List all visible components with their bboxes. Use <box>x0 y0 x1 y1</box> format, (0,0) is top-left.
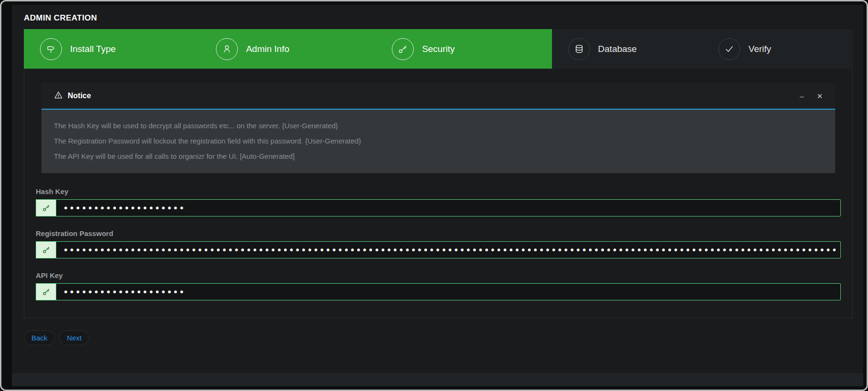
registration-password-field-group: Registration Password <box>36 229 841 258</box>
signpost-icon <box>40 38 62 60</box>
notice-title: Notice <box>68 92 91 100</box>
footer-bar <box>12 373 863 386</box>
notice-line-hash-key: The Hash Key will be used to decrypt all… <box>54 122 823 130</box>
notice-panel: Notice – ✕ The Hash Key will be used to … <box>41 83 835 173</box>
wizard-step-label: Database <box>598 44 637 54</box>
warning-icon <box>54 91 63 102</box>
hash-key-label: Hash Key <box>36 187 841 196</box>
hash-key-input[interactable] <box>56 199 841 216</box>
back-button[interactable]: Back <box>24 330 55 345</box>
wizard-step-database[interactable]: Database <box>552 29 703 69</box>
app-window: ADMIN CREATION Install Type Admin Info S… <box>0 0 868 391</box>
api-key-input[interactable] <box>56 283 841 300</box>
key-icon <box>392 38 414 60</box>
wizard-step-verify[interactable]: Verify <box>702 29 853 69</box>
api-key-field-group: API Key <box>36 271 841 300</box>
key-icon <box>36 241 56 258</box>
user-icon <box>216 38 238 60</box>
admin-creation-card: ADMIN CREATION Install Type Admin Info S… <box>12 5 863 386</box>
registration-password-input[interactable] <box>56 241 841 258</box>
wizard-step-security[interactable]: Security <box>376 29 551 69</box>
key-icon <box>36 283 56 300</box>
notice-body: The Hash Key will be used to decrypt all… <box>41 110 835 173</box>
registration-password-label: Registration Password <box>36 229 841 237</box>
notice-header: Notice – ✕ <box>41 83 835 110</box>
hash-key-field-group: Hash Key <box>36 187 841 216</box>
registration-password-input-group <box>36 241 841 258</box>
notice-line-registration-password: The Registration Password will lockout t… <box>54 137 823 145</box>
page-title: ADMIN CREATION <box>24 13 853 23</box>
wizard-step-label: Install Type <box>70 44 116 54</box>
wizard-step-label: Security <box>422 44 455 54</box>
wizard-step-admin-info[interactable]: Admin Info <box>200 29 376 69</box>
notice-line-api-key: The API Key will be used for all calls t… <box>54 152 823 160</box>
notice-tools: – ✕ <box>800 93 823 100</box>
minimize-icon[interactable]: – <box>800 93 804 100</box>
wizard-step-label: Verify <box>748 44 771 54</box>
wizard-step-label: Admin Info <box>246 44 289 54</box>
check-icon <box>718 38 740 60</box>
api-key-label: API Key <box>36 271 841 279</box>
key-icon <box>36 199 56 216</box>
next-button[interactable]: Next <box>59 330 89 345</box>
api-key-input-group <box>36 283 841 300</box>
security-tab-pane: Notice – ✕ The Hash Key will be used to … <box>24 69 853 318</box>
hash-key-input-group <box>36 199 841 216</box>
close-icon[interactable]: ✕ <box>817 93 823 100</box>
database-icon <box>568 38 590 60</box>
wizard-actions: Back Next <box>24 330 853 345</box>
wizard-step-install-type[interactable]: Install Type <box>24 29 200 69</box>
wizard-nav: Install Type Admin Info Security Databas… <box>24 29 853 69</box>
